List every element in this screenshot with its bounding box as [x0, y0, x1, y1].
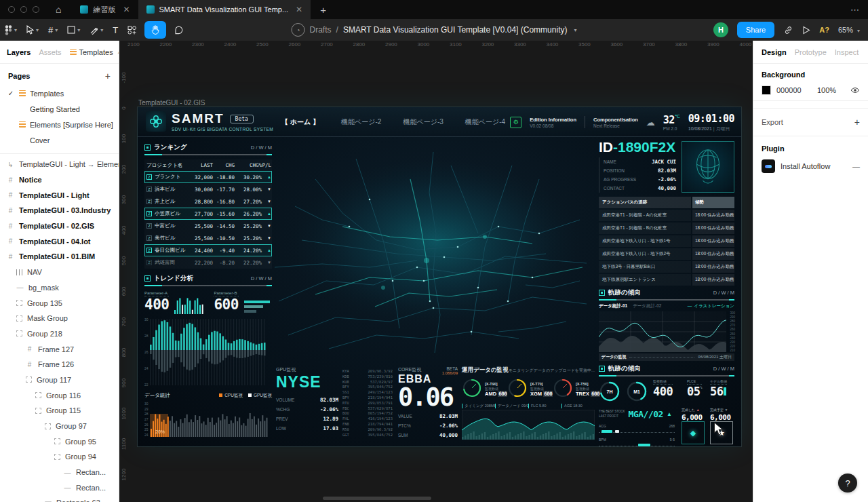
project-name: 中富ビル [155, 223, 175, 229]
ranking-row[interactable]: Z中富ビル25,500-14.5025.20%▼ [144, 220, 272, 232]
layer-item[interactable]: Group 94 [0, 449, 119, 465]
main-menu-button[interactable]: ▾ [0, 19, 22, 41]
breadcrumb-project[interactable]: Drafts [310, 25, 332, 35]
action-path-row[interactable]: 成田空港T1 - 到着階 - Bの化粧室18:00 住み込み勤務 [599, 223, 734, 234]
dashboard-frame[interactable]: SAMRT Beta SDV UI-Kit GIS BIGDATA CONTRO… [138, 107, 741, 446]
stat-row: VALUE82.03M [398, 411, 458, 421]
ranking-row[interactable]: Z美竹ビル25,500-10.5025.20%▼ [144, 232, 272, 244]
shape-tool-button[interactable]: ▾ [62, 19, 85, 41]
right-panel-tabs: Design Prototype Inspect [753, 41, 868, 64]
ranking-row[interactable]: Z井上ビル28,800-16.8027.20%▼ [144, 195, 272, 208]
plugin-item[interactable]: Install Autoflow — [762, 159, 860, 173]
layer-item[interactable]: Group 135 [0, 295, 119, 311]
layer-item[interactable]: #TemplateGUI - 01.BIM [0, 249, 119, 265]
gauge-symbol: XGM [530, 391, 543, 397]
tab-layers[interactable]: Layers [7, 48, 31, 56]
tab-design[interactable]: Design [762, 48, 787, 56]
user-avatar[interactable]: H [713, 22, 728, 37]
text-tool-button[interactable]: T [108, 19, 123, 41]
export-section[interactable]: Export + [753, 108, 868, 136]
color-swatch[interactable] [762, 85, 771, 95]
resources-tool-button[interactable] [123, 19, 141, 41]
close-icon[interactable]: ✕ [123, 5, 130, 14]
layer-item[interactable]: Rectangle 63 [0, 495, 119, 502]
add-page-button[interactable]: + [105, 71, 111, 81]
file-tab-2-active[interactable]: SMART Data Visualization GUI Temp... ✕ [138, 0, 311, 19]
layer-item[interactable]: #TemplateGUI - 03.Industry [0, 203, 119, 218]
move-tool-button[interactable]: ▾ [22, 19, 43, 41]
current-page-selector[interactable]: Templates ▴ [70, 48, 120, 56]
share-button[interactable]: Share [737, 22, 774, 38]
pen-tool-button[interactable]: ▾ [85, 19, 108, 41]
ranking-row[interactable]: Zブランクト32,000-18.8030.20%▲ [144, 171, 272, 183]
frame-tool-button[interactable]: # ▾ [43, 19, 62, 41]
page-item[interactable]: Elements [Surprise Here] [0, 117, 119, 132]
more-options-icon[interactable]: ⋯ [850, 5, 860, 15]
spell-check-badge[interactable]: A? [819, 26, 829, 34]
action-path-row[interactable]: 成田空港地下鉄入り口 - 地下鉄2号18:00 住み込み勤務 [599, 248, 734, 260]
layer-item[interactable]: #TemplateGUI - 02.GIS [0, 218, 119, 234]
ranking-row[interactable]: Z浜本ビル30,000-17.7028.00%▼ [144, 183, 272, 195]
page-item[interactable]: Cover [0, 132, 119, 148]
action-path-row[interactable]: 地下鉄原宿駅エントランス18:00 住み込み勤務 [599, 274, 734, 286]
action-path-row[interactable]: 地下鉄3号 - 日暮里駅B出口18:00 住み込み勤務 [599, 261, 734, 273]
add-export-button[interactable]: + [854, 117, 860, 128]
layer-item[interactable]: Group 117 [0, 372, 119, 388]
layer-item[interactable]: —Rectan... [0, 465, 119, 480]
copy-link-icon[interactable] [783, 25, 793, 35]
frame-icon: # [7, 223, 14, 230]
present-play-icon[interactable] [802, 26, 810, 35]
new-tab-button[interactable]: + [320, 4, 326, 16]
layer-item[interactable]: Group 95 [0, 433, 119, 449]
document-title[interactable]: SMART Data Visualization GUI Template [V… [343, 25, 568, 35]
window-zoom-button[interactable] [33, 6, 39, 13]
layer-item[interactable]: #Frame 127 [0, 341, 119, 357]
layer-item[interactable]: Group 115 [0, 403, 119, 419]
tab-inspect[interactable]: Inspect [835, 48, 859, 56]
background-hex[interactable]: 000000 [776, 86, 812, 94]
hand-tool-button[interactable] [144, 21, 166, 39]
close-icon[interactable]: ✕ [296, 5, 302, 14]
slider-handle[interactable] [638, 444, 650, 446]
horizontal-scrollbar[interactable] [323, 497, 431, 500]
ranking-row[interactable]: Z春日公園ビル24,400-9.4024.20%▲ [144, 244, 272, 256]
layer-item[interactable]: ↳TemplateGUI - Light → Element/3... [0, 157, 119, 172]
layer-item[interactable]: Group 97 [0, 419, 119, 434]
home-icon[interactable]: ⌂ [56, 4, 61, 15]
ranking-row[interactable]: Z武雄富岡22,200-8.2022.20%▼ [144, 256, 272, 269]
page-item[interactable]: Getting Started [0, 101, 119, 117]
tab-assets[interactable]: Assets [39, 48, 61, 56]
action-path-row[interactable]: 成田空港地下鉄入り口 - 地下鉄1号18:00 住み込み勤務 [599, 235, 734, 247]
background-opacity[interactable]: 100% [817, 86, 845, 94]
remove-plugin-button[interactable]: — [852, 162, 860, 170]
canvas[interactable]: 2100220023002400250026002700280029003000… [119, 41, 753, 502]
layer-item[interactable]: Group 116 [0, 387, 119, 403]
layer-item[interactable]: —Rectan... [0, 480, 119, 495]
help-button[interactable]: ? [838, 474, 857, 493]
ranking-row[interactable]: Z小笠原ビル27,700-15.6026.20%▲ [144, 208, 272, 220]
layer-item[interactable]: #TemplateGUI - 04.Iot [0, 233, 119, 249]
comment-tool-button[interactable] [170, 19, 188, 41]
page-item[interactable]: ✓Templates [0, 85, 119, 101]
layer-item[interactable]: Mask Group [0, 311, 119, 326]
window-close-button[interactable] [8, 6, 15, 13]
zoom-level-select[interactable]: 65% ▾ [838, 26, 860, 34]
bpm-slider[interactable]: BPM5-5 [599, 438, 675, 446]
layer-item[interactable]: #Frame 126 [0, 357, 119, 372]
chevron-down-icon[interactable]: ▾ [574, 27, 576, 33]
window-controls[interactable] [8, 6, 39, 13]
page-label: Templates [30, 90, 64, 98]
file-tab-1[interactable]: 練習版 ✕ [72, 0, 138, 19]
layer-item[interactable]: #Notice [0, 172, 119, 188]
tab-prototype[interactable]: Prototype [795, 48, 827, 56]
eye-icon[interactable] [850, 87, 860, 94]
action-path-row[interactable]: 成田空港T1 - 到着階 - Aの化粧室18:00 住み込み勤務 [599, 210, 734, 221]
acg-slider[interactable]: ACG268 [599, 424, 675, 433]
slider-handle[interactable] [601, 430, 612, 433]
layer-item[interactable]: —bg_mask [0, 280, 119, 296]
layer-item[interactable]: NAV [0, 265, 119, 280]
window-minimize-button[interactable] [20, 6, 27, 13]
layer-item[interactable]: #TemplateGUI - Light [0, 187, 119, 203]
layer-item[interactable]: Group 218 [0, 326, 119, 342]
frame-label[interactable]: TemplateGUI - 02.GIS [138, 99, 205, 107]
